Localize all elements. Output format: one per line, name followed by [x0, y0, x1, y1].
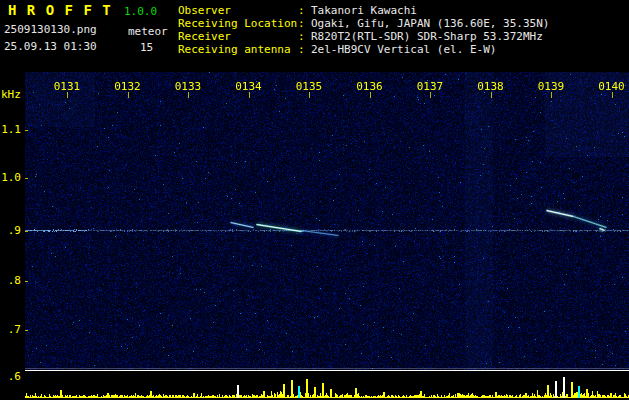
app-version: 1.0.0	[124, 6, 157, 18]
info-separator: :	[298, 17, 311, 30]
info-label-location: Receiving Location	[178, 17, 298, 30]
freq-tick-1.1: 1.1	[0, 124, 21, 136]
record-datetime: 25.09.13 01:30	[4, 41, 97, 53]
info-label-observer: Observer	[178, 4, 298, 17]
time-tick-0137: 0137	[417, 81, 444, 93]
info-label-receiver: Receiver	[178, 30, 298, 43]
time-tick-0134: 0134	[235, 81, 262, 93]
time-tick-0139: 0139	[538, 81, 565, 93]
info-value-observer: Takanori Kawachi	[311, 4, 417, 17]
info-value-location: Ogaki, Gifu, JAPAN (136.60E, 35.35N)	[311, 17, 549, 30]
info-value-receiver: R820T2(RTL-SDR) SDR-Sharp 53.372MHz	[311, 30, 543, 43]
info-label-antenna: Receiving antenna	[178, 43, 298, 56]
station-info: Observer:Takanori Kawachi Receiving Loca…	[178, 4, 549, 56]
info-row-location: Receiving Location:Ogaki, Gifu, JAPAN (1…	[178, 17, 549, 30]
freq-tick-.6: .6	[0, 371, 21, 383]
time-tick-0132: 0132	[114, 81, 141, 93]
info-value-antenna: 2el-HB9CV Vertical (el. E-W)	[311, 43, 496, 56]
info-row-antenna: Receiving antenna:2el-HB9CV Vertical (el…	[178, 43, 549, 56]
y-axis-unit-label: kHz	[1, 89, 21, 101]
info-row-observer: Observer:Takanori Kawachi	[178, 4, 549, 17]
freq-tick-.8: .8	[0, 275, 21, 287]
app-title: H R O F F T	[8, 4, 112, 16]
time-tick-0136: 0136	[356, 81, 383, 93]
output-filename: 2509130130.png	[4, 24, 97, 36]
time-tick-0133: 0133	[175, 81, 202, 93]
info-row-receiver: Receiver:R820T2(RTL-SDR) SDR-Sharp 53.37…	[178, 30, 549, 43]
info-separator: :	[298, 30, 311, 43]
info-separator: :	[298, 43, 311, 56]
time-tick-0138: 0138	[477, 81, 504, 93]
spectrogram-canvas	[25, 72, 629, 400]
info-separator: :	[298, 4, 311, 17]
hrofft-window: H R O F F T 1.0.0 2509130130.png meteor …	[0, 0, 629, 400]
freq-tick-1.0: 1.0	[0, 172, 21, 184]
freq-tick-.7: .7	[0, 324, 21, 336]
mode-label: meteor	[128, 26, 168, 38]
time-tick-0140: 0140	[598, 81, 625, 93]
freq-tick-.9: .9	[0, 225, 21, 237]
time-tick-0135: 0135	[296, 81, 323, 93]
time-tick-0131: 0131	[54, 81, 81, 93]
echo-count: 15	[140, 42, 153, 54]
